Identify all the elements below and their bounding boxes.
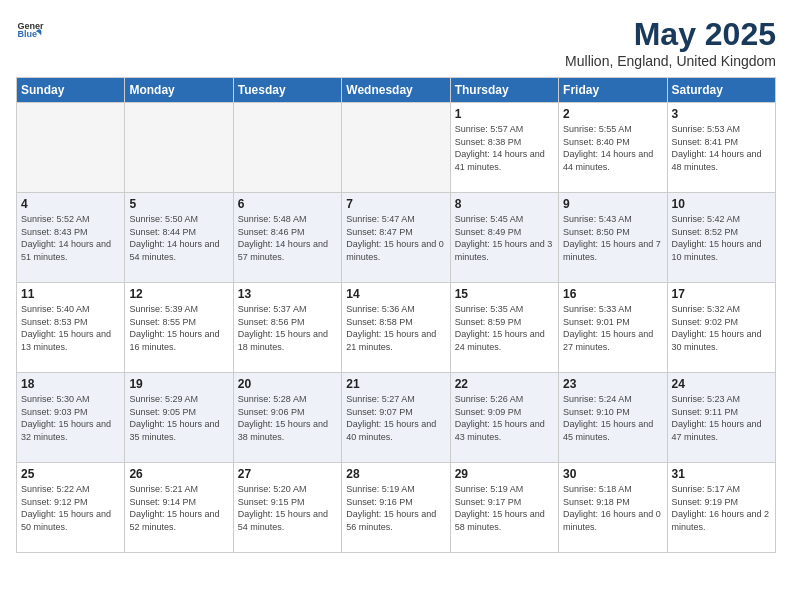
calendar-day-cell: 29Sunrise: 5:19 AMSunset: 9:17 PMDayligh…	[450, 463, 558, 553]
calendar-day-cell: 1Sunrise: 5:57 AMSunset: 8:38 PMDaylight…	[450, 103, 558, 193]
svg-text:Blue: Blue	[17, 29, 37, 39]
calendar-week-4: 18Sunrise: 5:30 AMSunset: 9:03 PMDayligh…	[17, 373, 776, 463]
day-number: 21	[346, 377, 445, 391]
day-number: 23	[563, 377, 662, 391]
day-number: 2	[563, 107, 662, 121]
day-info: Sunrise: 5:55 AMSunset: 8:40 PMDaylight:…	[563, 123, 662, 173]
calendar-day-cell: 31Sunrise: 5:17 AMSunset: 9:19 PMDayligh…	[667, 463, 775, 553]
calendar-day-cell	[125, 103, 233, 193]
day-info: Sunrise: 5:20 AMSunset: 9:15 PMDaylight:…	[238, 483, 337, 533]
calendar-day-cell: 10Sunrise: 5:42 AMSunset: 8:52 PMDayligh…	[667, 193, 775, 283]
day-info: Sunrise: 5:21 AMSunset: 9:14 PMDaylight:…	[129, 483, 228, 533]
calendar-day-cell	[17, 103, 125, 193]
logo: General Blue	[16, 16, 44, 44]
calendar-day-cell: 4Sunrise: 5:52 AMSunset: 8:43 PMDaylight…	[17, 193, 125, 283]
day-info: Sunrise: 5:52 AMSunset: 8:43 PMDaylight:…	[21, 213, 120, 263]
calendar-day-cell: 15Sunrise: 5:35 AMSunset: 8:59 PMDayligh…	[450, 283, 558, 373]
calendar-day-cell	[342, 103, 450, 193]
month-title: May 2025	[565, 16, 776, 53]
day-info: Sunrise: 5:28 AMSunset: 9:06 PMDaylight:…	[238, 393, 337, 443]
day-number: 1	[455, 107, 554, 121]
location: Mullion, England, United Kingdom	[565, 53, 776, 69]
day-info: Sunrise: 5:53 AMSunset: 8:41 PMDaylight:…	[672, 123, 771, 173]
weekday-header-sunday: Sunday	[17, 78, 125, 103]
calendar-day-cell	[233, 103, 341, 193]
calendar-week-2: 4Sunrise: 5:52 AMSunset: 8:43 PMDaylight…	[17, 193, 776, 283]
day-number: 29	[455, 467, 554, 481]
calendar-week-1: 1Sunrise: 5:57 AMSunset: 8:38 PMDaylight…	[17, 103, 776, 193]
day-number: 26	[129, 467, 228, 481]
day-number: 12	[129, 287, 228, 301]
day-info: Sunrise: 5:32 AMSunset: 9:02 PMDaylight:…	[672, 303, 771, 353]
day-info: Sunrise: 5:23 AMSunset: 9:11 PMDaylight:…	[672, 393, 771, 443]
day-info: Sunrise: 5:40 AMSunset: 8:53 PMDaylight:…	[21, 303, 120, 353]
weekday-header-wednesday: Wednesday	[342, 78, 450, 103]
day-info: Sunrise: 5:50 AMSunset: 8:44 PMDaylight:…	[129, 213, 228, 263]
day-info: Sunrise: 5:45 AMSunset: 8:49 PMDaylight:…	[455, 213, 554, 263]
calendar-week-3: 11Sunrise: 5:40 AMSunset: 8:53 PMDayligh…	[17, 283, 776, 373]
day-number: 15	[455, 287, 554, 301]
page-header: General Blue May 2025 Mullion, England, …	[16, 16, 776, 69]
calendar-day-cell: 14Sunrise: 5:36 AMSunset: 8:58 PMDayligh…	[342, 283, 450, 373]
day-info: Sunrise: 5:17 AMSunset: 9:19 PMDaylight:…	[672, 483, 771, 533]
calendar-day-cell: 22Sunrise: 5:26 AMSunset: 9:09 PMDayligh…	[450, 373, 558, 463]
calendar-day-cell: 28Sunrise: 5:19 AMSunset: 9:16 PMDayligh…	[342, 463, 450, 553]
weekday-header-tuesday: Tuesday	[233, 78, 341, 103]
calendar-day-cell: 3Sunrise: 5:53 AMSunset: 8:41 PMDaylight…	[667, 103, 775, 193]
day-info: Sunrise: 5:36 AMSunset: 8:58 PMDaylight:…	[346, 303, 445, 353]
day-number: 25	[21, 467, 120, 481]
day-info: Sunrise: 5:19 AMSunset: 9:17 PMDaylight:…	[455, 483, 554, 533]
day-number: 14	[346, 287, 445, 301]
calendar-day-cell: 6Sunrise: 5:48 AMSunset: 8:46 PMDaylight…	[233, 193, 341, 283]
calendar-day-cell: 20Sunrise: 5:28 AMSunset: 9:06 PMDayligh…	[233, 373, 341, 463]
calendar-day-cell: 23Sunrise: 5:24 AMSunset: 9:10 PMDayligh…	[559, 373, 667, 463]
logo-icon: General Blue	[16, 16, 44, 44]
calendar-day-cell: 2Sunrise: 5:55 AMSunset: 8:40 PMDaylight…	[559, 103, 667, 193]
weekday-header-thursday: Thursday	[450, 78, 558, 103]
day-info: Sunrise: 5:30 AMSunset: 9:03 PMDaylight:…	[21, 393, 120, 443]
day-number: 19	[129, 377, 228, 391]
calendar-day-cell: 21Sunrise: 5:27 AMSunset: 9:07 PMDayligh…	[342, 373, 450, 463]
day-number: 24	[672, 377, 771, 391]
day-number: 13	[238, 287, 337, 301]
calendar-day-cell: 18Sunrise: 5:30 AMSunset: 9:03 PMDayligh…	[17, 373, 125, 463]
calendar-day-cell: 25Sunrise: 5:22 AMSunset: 9:12 PMDayligh…	[17, 463, 125, 553]
day-info: Sunrise: 5:24 AMSunset: 9:10 PMDaylight:…	[563, 393, 662, 443]
day-info: Sunrise: 5:43 AMSunset: 8:50 PMDaylight:…	[563, 213, 662, 263]
calendar-day-cell: 11Sunrise: 5:40 AMSunset: 8:53 PMDayligh…	[17, 283, 125, 373]
day-number: 8	[455, 197, 554, 211]
day-info: Sunrise: 5:26 AMSunset: 9:09 PMDaylight:…	[455, 393, 554, 443]
calendar-day-cell: 12Sunrise: 5:39 AMSunset: 8:55 PMDayligh…	[125, 283, 233, 373]
day-number: 7	[346, 197, 445, 211]
weekday-header-friday: Friday	[559, 78, 667, 103]
day-number: 3	[672, 107, 771, 121]
calendar-day-cell: 8Sunrise: 5:45 AMSunset: 8:49 PMDaylight…	[450, 193, 558, 283]
day-number: 4	[21, 197, 120, 211]
day-info: Sunrise: 5:39 AMSunset: 8:55 PMDaylight:…	[129, 303, 228, 353]
day-number: 20	[238, 377, 337, 391]
day-number: 27	[238, 467, 337, 481]
day-number: 30	[563, 467, 662, 481]
day-info: Sunrise: 5:27 AMSunset: 9:07 PMDaylight:…	[346, 393, 445, 443]
day-info: Sunrise: 5:37 AMSunset: 8:56 PMDaylight:…	[238, 303, 337, 353]
day-info: Sunrise: 5:42 AMSunset: 8:52 PMDaylight:…	[672, 213, 771, 263]
calendar-day-cell: 13Sunrise: 5:37 AMSunset: 8:56 PMDayligh…	[233, 283, 341, 373]
day-info: Sunrise: 5:33 AMSunset: 9:01 PMDaylight:…	[563, 303, 662, 353]
day-number: 16	[563, 287, 662, 301]
calendar-table: SundayMondayTuesdayWednesdayThursdayFrid…	[16, 77, 776, 553]
calendar-day-cell: 27Sunrise: 5:20 AMSunset: 9:15 PMDayligh…	[233, 463, 341, 553]
header-row: SundayMondayTuesdayWednesdayThursdayFrid…	[17, 78, 776, 103]
calendar-day-cell: 7Sunrise: 5:47 AMSunset: 8:47 PMDaylight…	[342, 193, 450, 283]
day-number: 6	[238, 197, 337, 211]
day-info: Sunrise: 5:18 AMSunset: 9:18 PMDaylight:…	[563, 483, 662, 533]
day-number: 5	[129, 197, 228, 211]
weekday-header-monday: Monday	[125, 78, 233, 103]
day-info: Sunrise: 5:22 AMSunset: 9:12 PMDaylight:…	[21, 483, 120, 533]
day-info: Sunrise: 5:29 AMSunset: 9:05 PMDaylight:…	[129, 393, 228, 443]
weekday-header-saturday: Saturday	[667, 78, 775, 103]
day-number: 22	[455, 377, 554, 391]
calendar-day-cell: 17Sunrise: 5:32 AMSunset: 9:02 PMDayligh…	[667, 283, 775, 373]
calendar-day-cell: 26Sunrise: 5:21 AMSunset: 9:14 PMDayligh…	[125, 463, 233, 553]
day-info: Sunrise: 5:57 AMSunset: 8:38 PMDaylight:…	[455, 123, 554, 173]
day-info: Sunrise: 5:19 AMSunset: 9:16 PMDaylight:…	[346, 483, 445, 533]
